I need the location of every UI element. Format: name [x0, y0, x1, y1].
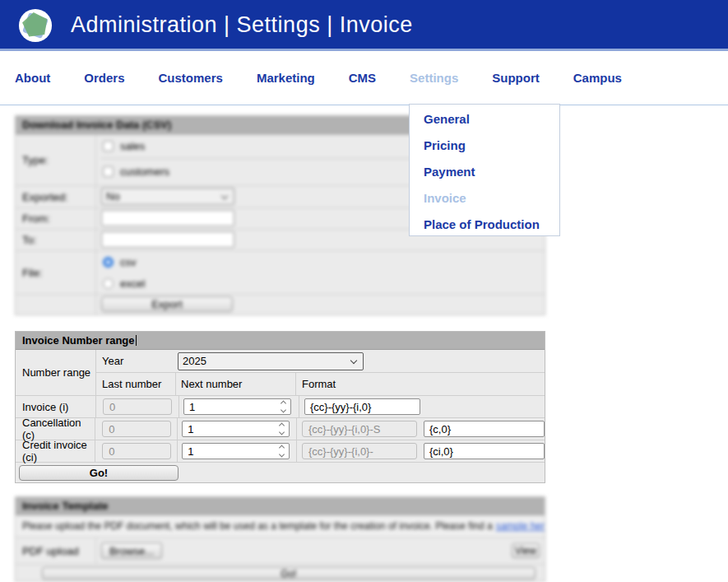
next-number-header: Next number — [175, 373, 295, 395]
nav-item-about[interactable]: About — [15, 71, 50, 85]
view-button[interactable]: View — [512, 543, 540, 558]
invoice-last-number-input: 0 — [103, 398, 172, 415]
main-nav: About Orders Customers Marketing CMS Set… — [15, 71, 622, 85]
credit-invoice-format-suffix-input[interactable]: {ci,0} — [424, 443, 545, 459]
menu-item-place-of-production[interactable]: Place of Production — [410, 212, 559, 238]
year-row: Year 2025 — [96, 350, 545, 373]
csv-label: csv — [120, 256, 137, 268]
credit-invoice-next-number-input[interactable]: 1 — [182, 443, 290, 459]
exported-select[interactable]: No — [101, 188, 234, 205]
year-select[interactable]: 2025 — [178, 352, 364, 370]
credit-invoice-row-label: Credit invoice (ci) — [16, 440, 95, 462]
invoice-number-range-section: Invoice Number range Number range Year 2… — [15, 331, 545, 483]
credit-invoice-row: Credit invoice (ci) 0 1 {cc}-{yy}-{i,0}-… — [16, 440, 545, 462]
download-section-title: Download Invoice Data (CSV) — [22, 119, 171, 131]
exported-value: No — [106, 190, 120, 203]
number-range-group-label: Number range — [16, 350, 96, 395]
template-section-title: Invoice Template — [22, 500, 109, 512]
nav-item-customers[interactable]: Customers — [159, 71, 223, 85]
export-row: Export — [16, 294, 545, 314]
from-label: From: — [16, 208, 96, 229]
type-label: Type: — [16, 135, 96, 185]
file-row: File: csv excel — [16, 250, 545, 294]
csv-option: csv — [96, 251, 545, 272]
cancellation-format-disabled-input: {cc}-{yy}-{i,0}-S — [302, 421, 417, 437]
format-header: Format — [295, 373, 545, 395]
template-go-row: Go! — [16, 564, 545, 582]
brand-logo-icon — [18, 8, 53, 43]
exported-label: Exported: — [16, 186, 96, 207]
invoice-format-input[interactable]: {cc}-{yy}-{i,0} — [304, 398, 420, 415]
to-input[interactable] — [101, 231, 234, 248]
from-input[interactable] — [101, 210, 234, 226]
number-range-go-button[interactable]: Go! — [19, 465, 179, 481]
menu-item-payment[interactable]: Payment — [410, 159, 559, 185]
nav-item-campus[interactable]: Campus — [573, 71, 622, 85]
app-header: Administration | Settings | Invoice — [0, 0, 728, 51]
last-number-header: Last number — [96, 378, 175, 390]
excel-radio[interactable] — [103, 278, 114, 289]
nav-item-marketing[interactable]: Marketing — [257, 71, 315, 85]
excel-option: excel — [96, 272, 545, 294]
to-label: To: — [16, 230, 96, 250]
year-label: Year — [96, 355, 175, 367]
cancellation-format-suffix-input[interactable]: {c,0} — [424, 421, 545, 437]
cancellation-next-number-input[interactable]: 1 — [182, 421, 290, 437]
settings-submenu: General Pricing Payment Invoice Place of… — [409, 104, 560, 236]
pdf-upload-label: PDF upload — [16, 538, 96, 564]
page: Administration | Settings | Invoice Abou… — [0, 0, 728, 582]
pdf-upload-row: PDF upload Browse... View — [16, 537, 545, 564]
menu-item-general[interactable]: General — [410, 106, 559, 133]
invoice-row: Invoice (i) 0 1 {cc}-{yy}-{i,0} — [16, 395, 545, 417]
invoice-template-section: Invoice Template Please upload the PDF d… — [15, 496, 545, 582]
nav-item-cms[interactable]: CMS — [349, 71, 376, 85]
text-caret — [136, 335, 137, 346]
year-value: 2025 — [183, 355, 206, 367]
sales-checkbox[interactable] — [103, 141, 114, 151]
template-description: Please upload the PDF document, which wi… — [16, 515, 545, 537]
credit-invoice-format-disabled-input: {cc}-{yy}-{i,0}- — [302, 443, 417, 459]
export-button[interactable]: Export — [101, 296, 233, 312]
chevron-down-icon — [221, 192, 228, 198]
chevron-down-icon — [350, 356, 357, 363]
cancellation-next-number-value: 1 — [188, 423, 193, 435]
invoice-row-label: Invoice (i) — [16, 396, 96, 417]
sample-link[interactable]: sample here. — [496, 520, 545, 532]
sales-label: sales — [120, 140, 145, 152]
menu-item-pricing[interactable]: Pricing — [410, 133, 559, 159]
nav-item-support[interactable]: Support — [492, 71, 540, 85]
page-title: Administration | Settings | Invoice — [71, 0, 413, 51]
customers-label: customers — [120, 165, 169, 178]
number-range-go-row: Go! — [16, 462, 545, 482]
cancellation-row-label: Cancellation (c) — [16, 418, 95, 440]
customers-checkbox[interactable] — [103, 166, 114, 177]
credit-invoice-last-number-input: 0 — [102, 443, 171, 459]
template-description-text: Please upload the PDF document, which wi… — [22, 520, 493, 532]
column-headers-row: Last number Next number Format — [96, 373, 545, 395]
excel-label: excel — [120, 277, 145, 290]
number-spinner-icon[interactable] — [280, 424, 284, 435]
template-go-button[interactable]: Go! — [42, 567, 536, 580]
template-section-header: Invoice Template — [16, 497, 545, 515]
csv-radio[interactable] — [103, 257, 114, 268]
number-range-top: Number range Year 2025 Last number Next … — [16, 350, 545, 395]
number-range-header[interactable]: Invoice Number range — [16, 332, 545, 350]
menu-item-invoice[interactable]: Invoice — [410, 185, 559, 212]
nav-divider — [0, 105, 728, 105]
number-range-title: Invoice Number range — [22, 334, 135, 347]
nav-item-settings[interactable]: Settings — [410, 71, 458, 85]
invoice-next-number-value: 1 — [189, 401, 195, 413]
invoice-next-number-input[interactable]: 1 — [183, 398, 291, 415]
browse-button[interactable]: Browse... — [101, 542, 162, 559]
number-spinner-icon[interactable] — [281, 402, 285, 412]
nav-item-orders[interactable]: Orders — [84, 71, 124, 85]
cancellation-last-number-input: 0 — [102, 421, 171, 437]
credit-invoice-next-number-value: 1 — [188, 445, 193, 458]
number-spinner-icon[interactable] — [280, 446, 284, 457]
file-label: File: — [16, 251, 96, 294]
cancellation-row: Cancellation (c) 0 1 {cc}-{yy}-{i,0}-S {… — [16, 417, 545, 440]
